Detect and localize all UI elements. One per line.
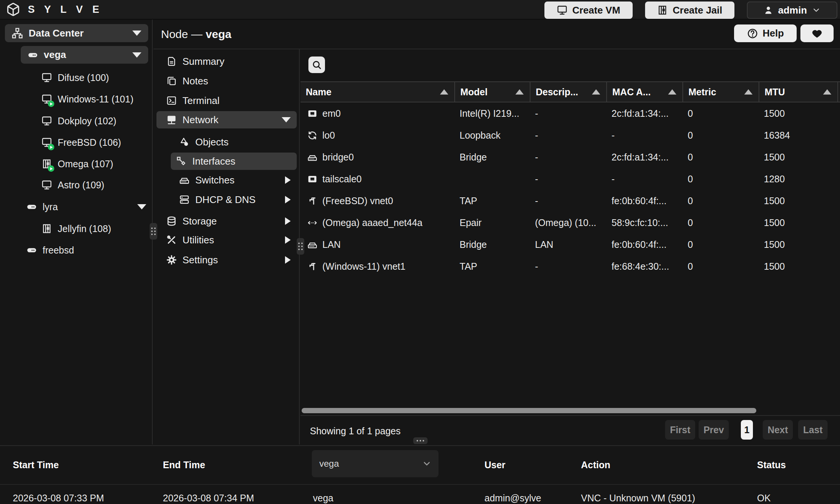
tap-icon (307, 261, 317, 272)
cell-mtu: 1500 (759, 255, 838, 277)
tree-item-label: lyra (43, 202, 58, 212)
table-row-windows-vnet1[interactable]: (Windows-11) vnet1 TAP - fe:68:4e:30:...… (300, 255, 840, 277)
cell-description: - (530, 124, 607, 146)
cell-mac: 58:9c:fc:10:... (607, 212, 683, 234)
nav-item-label: DHCP & DNS (195, 194, 256, 206)
sidebar: Data Center vega Difuse (100) Windows-11… (0, 20, 153, 444)
nav-item-utilities[interactable]: Utilities (156, 231, 297, 249)
epair-icon (307, 218, 317, 228)
sidebar-item-lyra[interactable]: lyra (26, 199, 146, 215)
column-header-mac[interactable]: MAC A... (607, 82, 683, 102)
switch-icon (179, 175, 190, 185)
audit-header-start-time: Start Time (13, 460, 59, 470)
audit-header-end-time: End Time (163, 460, 205, 470)
user-menu-button[interactable]: admin (747, 2, 837, 19)
cell-metric: 0 (683, 255, 759, 277)
jail-icon (41, 223, 52, 234)
column-header-clipped (838, 82, 840, 102)
nav-item-switches[interactable]: Switches (156, 171, 297, 189)
search-button[interactable] (308, 57, 325, 73)
node-vega-dropdown[interactable]: vega (21, 46, 148, 64)
cell-name: bridge0 (322, 152, 354, 163)
page-title-node: vega (205, 28, 231, 40)
sidebar-item-freebsd-node[interactable]: freebsd (26, 242, 74, 258)
nav-item-interfaces[interactable]: Interfaces (171, 153, 297, 170)
sidebar-item-freebsd-vm[interactable]: FreeBSD (106) (41, 134, 121, 150)
table-row-freebsd-vnet0[interactable]: (FreeBSD) vnet0 TAP - fe:0b:60:4f:... 0 … (300, 190, 840, 212)
column-header-metric[interactable]: Metric (683, 82, 759, 102)
running-badge (48, 144, 54, 150)
audit-cell-user: admin@sylve (484, 493, 541, 504)
nav-item-settings[interactable]: Settings (156, 251, 297, 269)
pagination-prev-button[interactable]: Prev (699, 420, 729, 440)
user-icon (763, 5, 773, 15)
sidebar-item-astro[interactable]: Astro (109) (41, 177, 104, 193)
chevron-down-icon (812, 6, 821, 15)
pagination-next-button[interactable]: Next (763, 420, 793, 440)
cell-model: Bridge (455, 146, 530, 168)
nav-item-label: Settings (182, 254, 218, 266)
column-header-label: Metric (688, 87, 716, 98)
favorite-button[interactable] (800, 24, 834, 42)
cell-name: (FreeBSD) vnet0 (322, 195, 393, 206)
chevron-right-icon (285, 236, 291, 244)
sidebar-item-windows-11[interactable]: Windows-11 (101) (41, 91, 133, 107)
vm-icon (41, 72, 52, 83)
sidebar-item-dokploy[interactable]: Dokploy (102) (41, 113, 116, 129)
nav-item-storage[interactable]: Storage (156, 212, 297, 230)
network-icon (166, 115, 177, 125)
running-badge (48, 101, 54, 107)
cell-mtu: 1500 (759, 212, 838, 234)
cell-model: Intel(R) I219... (455, 102, 530, 124)
pagination-page-1-button[interactable]: 1 (741, 420, 753, 440)
sort-asc-icon (592, 89, 600, 95)
nav-item-label: Summary (182, 56, 224, 67)
pagination-bar: Showing 1 of 1 pages First Prev 1 Next L… (300, 415, 840, 444)
bottom-panel-resize-handle[interactable] (413, 437, 428, 444)
help-button[interactable]: Help (734, 24, 797, 42)
table-row-omega-epair[interactable]: (Omega) aaaed_net44a Epair (Omega) (10..… (300, 212, 840, 234)
horizontal-scrollbar[interactable] (302, 408, 756, 413)
top-bar: S Y L V E Create VM Create Jail admin (0, 0, 840, 20)
cell-description: - (530, 102, 607, 124)
cell-metric: 0 (683, 212, 759, 234)
column-header-model[interactable]: Model (455, 82, 530, 102)
column-header-name[interactable]: Name (300, 82, 455, 102)
table-row-bridge0[interactable]: bridge0 Bridge - 2c:fd:a1:34:... 0 1500 (300, 146, 840, 168)
sort-asc-icon (744, 89, 753, 95)
sidebar-item-omega[interactable]: Omega (107) (41, 156, 113, 172)
nav-item-objects[interactable]: Objects (156, 133, 297, 151)
table-row-lan[interactable]: LAN Bridge LAN fe:0b:60:4f:... 0 1500 (300, 234, 840, 255)
nav-item-dhcp-dns[interactable]: DHCP & DNS (156, 191, 297, 208)
node-vega-label: vega (44, 49, 66, 61)
cell-metric: 0 (683, 102, 759, 124)
sidebar-item-difuse[interactable]: Difuse (100) (41, 70, 109, 86)
navpanel-resize-handle[interactable] (297, 238, 304, 255)
nav-item-summary[interactable]: Summary (156, 53, 297, 70)
cell-mtu: 1280 (759, 168, 838, 190)
nav-item-notes[interactable]: Notes (156, 72, 297, 90)
table-row-tailscale0[interactable]: tailscale0 - - 0 1280 (300, 168, 840, 190)
cell-mac: - (607, 124, 683, 146)
table-row-lo0[interactable]: lo0 Loopback - - 0 16384 (300, 124, 840, 146)
create-vm-button[interactable]: Create VM (544, 2, 633, 19)
datacenter-dropdown[interactable]: Data Center (5, 24, 148, 42)
heart-icon (811, 28, 823, 39)
chevron-down-icon (422, 459, 432, 469)
pagination-last-button[interactable]: Last (798, 420, 828, 440)
nav-item-network[interactable]: Network (156, 111, 297, 128)
nav-item-terminal[interactable]: Terminal (156, 92, 297, 109)
help-circle-icon (747, 28, 758, 39)
audit-header-status: Status (757, 460, 786, 470)
create-jail-button[interactable]: Create Jail (645, 2, 734, 19)
shapes-icon (179, 137, 190, 147)
jail-icon (657, 5, 668, 15)
column-header-mtu[interactable]: MTU (759, 82, 838, 102)
audit-node-filter-select[interactable]: vega (312, 450, 438, 477)
column-header-description[interactable]: Descrip... (530, 82, 607, 102)
sidebar-resize-handle[interactable] (150, 223, 157, 240)
create-jail-label: Create Jail (673, 5, 722, 16)
sidebar-item-jellyfin[interactable]: Jellyfin (108) (41, 221, 111, 237)
table-row-em0[interactable]: em0 Intel(R) I219... - 2c:fd:a1:34:... 0… (300, 102, 840, 124)
pagination-first-button[interactable]: First (665, 420, 695, 440)
